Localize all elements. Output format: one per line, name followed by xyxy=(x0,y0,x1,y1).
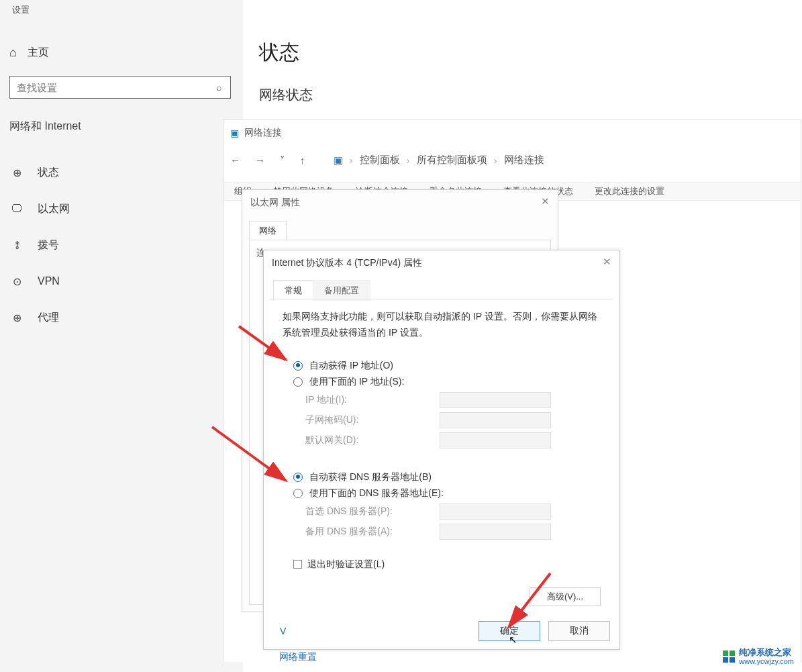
tab-general[interactable]: 常规 xyxy=(273,280,313,301)
field-label: 首选 DNS 服务器(P): xyxy=(305,506,440,518)
dialog-tabs: 常规 备用配置 xyxy=(273,280,370,301)
sidebar-item-ethernet[interactable]: 🖵 以太网 xyxy=(0,191,243,227)
dns1-input[interactable] xyxy=(440,503,551,520)
sidebar-item-status[interactable]: ⊕ 状态 xyxy=(0,154,243,191)
page-title: 状态 xyxy=(259,39,299,66)
radio-auto-ip[interactable]: 自动获得 IP 地址(O) xyxy=(293,360,601,372)
app-title: 设置 xyxy=(12,4,30,16)
breadcrumb: ▣ › 控制面板 › 所有控制面板项 › 网络连接 xyxy=(334,154,544,166)
sidebar-nav: ⊕ 状态 🖵 以太网 ⥉ 拨号 ⊙ VPN ⊕ 代理 xyxy=(0,154,243,336)
window-title: 网络连接 xyxy=(244,127,282,139)
home-nav[interactable]: ⌂ 主页 xyxy=(9,46,49,60)
sidebar-item-label: 状态 xyxy=(38,166,59,180)
dialup-icon: ⥉ xyxy=(9,239,24,252)
home-label: 主页 xyxy=(28,46,49,60)
checkbox-validate-exit[interactable]: 退出时验证设置(L) xyxy=(293,559,601,571)
breadcrumb-sep: › xyxy=(494,154,497,166)
gateway-input[interactable] xyxy=(440,432,551,448)
field-gateway: 默认网关(D): xyxy=(305,432,601,448)
watermark-name: 纯净系统之家 xyxy=(739,648,794,657)
ok-button[interactable]: 确定 xyxy=(479,621,540,641)
breadcrumb-item[interactable]: 所有控制面板项 xyxy=(417,154,487,166)
sidebar-item-label: 拨号 xyxy=(38,238,59,252)
search-input[interactable] xyxy=(10,82,207,93)
nav-dropdown-icon[interactable]: ˅ xyxy=(280,154,285,166)
nav-forward-icon[interactable]: → xyxy=(255,154,265,166)
mask-input[interactable] xyxy=(440,412,551,428)
close-icon[interactable]: ✕ xyxy=(603,256,611,268)
tab-alternate[interactable]: 备用配置 xyxy=(313,280,370,301)
sidebar-item-proxy[interactable]: ⊕ 代理 xyxy=(0,299,243,336)
sidebar-category: 网络和 Internet xyxy=(9,119,81,134)
sidebar-item-label: VPN xyxy=(38,275,60,287)
breadcrumb-item[interactable]: 控制面板 xyxy=(360,154,400,166)
advanced-button[interactable]: 高级(V)... xyxy=(530,587,601,606)
section-heading: 网络状态 xyxy=(259,86,313,104)
radio-icon xyxy=(293,361,303,371)
explorer-nav: ← → ˅ ↑ ▣ › 控制面板 › 所有控制面板项 › 网络连接 xyxy=(230,154,544,166)
breadcrumb-pc-icon: ▣ xyxy=(334,154,343,166)
radio-icon xyxy=(293,489,303,498)
radio-label: 使用下面的 IP 地址(S): xyxy=(309,376,404,388)
proxy-icon: ⊕ xyxy=(9,311,24,324)
tab-network[interactable]: 网络 xyxy=(249,221,287,240)
radio-icon xyxy=(293,473,303,482)
settings-sidebar: 设置 ⌂ 主页 ⌕ 网络和 Internet ⊕ 状态 🖵 以太网 ⥉ 拨号 ⊙… xyxy=(0,0,243,672)
field-label: 默认网关(D): xyxy=(305,434,440,446)
radio-label: 自动获得 IP 地址(O) xyxy=(309,360,393,372)
sidebar-item-dialup[interactable]: ⥉ 拨号 xyxy=(0,227,243,263)
radio-label: 使用下面的 DNS 服务器地址(E): xyxy=(309,487,444,499)
radio-manual-ip[interactable]: 使用下面的 IP 地址(S): xyxy=(293,376,601,388)
toolbar-item[interactable]: 更改此连接的设置 xyxy=(595,185,664,197)
field-ip: IP 地址(I): xyxy=(305,392,601,408)
sidebar-item-label: 代理 xyxy=(38,311,59,325)
breadcrumb-item[interactable]: 网络连接 xyxy=(504,154,544,166)
breadcrumb-sep: › xyxy=(350,154,353,166)
search-icon: ⌕ xyxy=(207,82,230,93)
status-icon: ⊕ xyxy=(9,166,24,179)
field-dns1: 首选 DNS 服务器(P): xyxy=(305,503,601,520)
radio-label: 自动获得 DNS 服务器地址(B) xyxy=(309,471,432,483)
sidebar-item-label: 以太网 xyxy=(38,202,70,216)
breadcrumb-sep: › xyxy=(407,154,410,166)
field-label: IP 地址(I): xyxy=(305,394,440,406)
field-dns2: 备用 DNS 服务器(A): xyxy=(305,524,601,540)
field-mask: 子网掩码(U): xyxy=(305,412,601,428)
radio-manual-dns[interactable]: 使用下面的 DNS 服务器地址(E): xyxy=(293,487,601,499)
dns2-input[interactable] xyxy=(440,524,551,540)
dialog-title: Internet 协议版本 4 (TCP/IPv4) 属性 xyxy=(272,257,422,269)
network-reset-link[interactable]: 网络重置 xyxy=(279,651,317,663)
window-title-row: ▣ 网络连接 xyxy=(230,127,282,139)
home-icon: ⌂ xyxy=(9,46,17,60)
search-box[interactable]: ⌕ xyxy=(9,76,231,99)
nav-up-icon[interactable]: ↑ xyxy=(300,154,305,166)
field-label: 子网掩码(U): xyxy=(305,414,440,426)
network-window-icon: ▣ xyxy=(230,128,239,138)
watermark-url: www.ycwjzy.com xyxy=(739,657,794,665)
checkbox-label: 退出时验证设置(L) xyxy=(307,559,385,571)
watermark-logo-icon xyxy=(723,651,735,663)
watermark: 纯净系统之家 www.ycwjzy.com xyxy=(723,648,794,665)
radio-auto-dns[interactable]: 自动获得 DNS 服务器地址(B) xyxy=(293,471,601,483)
dialog-title: 以太网 属性 xyxy=(250,197,300,209)
link-v[interactable]: V xyxy=(280,626,286,636)
ethernet-icon: 🖵 xyxy=(9,203,24,215)
description-text: 如果网络支持此功能，则可以获取自动指派的 IP 设置。否则，你需要从网络系统管理… xyxy=(283,309,601,341)
nav-back-icon[interactable]: ← xyxy=(230,154,240,166)
close-icon[interactable]: ✕ xyxy=(541,195,550,207)
dialog-pane: 如果网络支持此功能，则可以获取自动指派的 IP 设置。否则，你需要从网络系统管理… xyxy=(270,299,613,613)
cancel-button[interactable]: 取消 xyxy=(548,621,610,641)
ip-input[interactable] xyxy=(440,392,551,408)
ipv4-properties-dialog: Internet 协议版本 4 (TCP/IPv4) 属性 ✕ 常规 备用配置 … xyxy=(263,250,620,650)
vpn-icon: ⊙ xyxy=(9,275,24,288)
dialog-buttons: 确定 取消 xyxy=(479,621,610,641)
field-label: 备用 DNS 服务器(A): xyxy=(305,526,440,538)
radio-icon xyxy=(293,377,303,387)
checkbox-icon xyxy=(293,560,302,569)
sidebar-item-vpn[interactable]: ⊙ VPN xyxy=(0,263,243,299)
